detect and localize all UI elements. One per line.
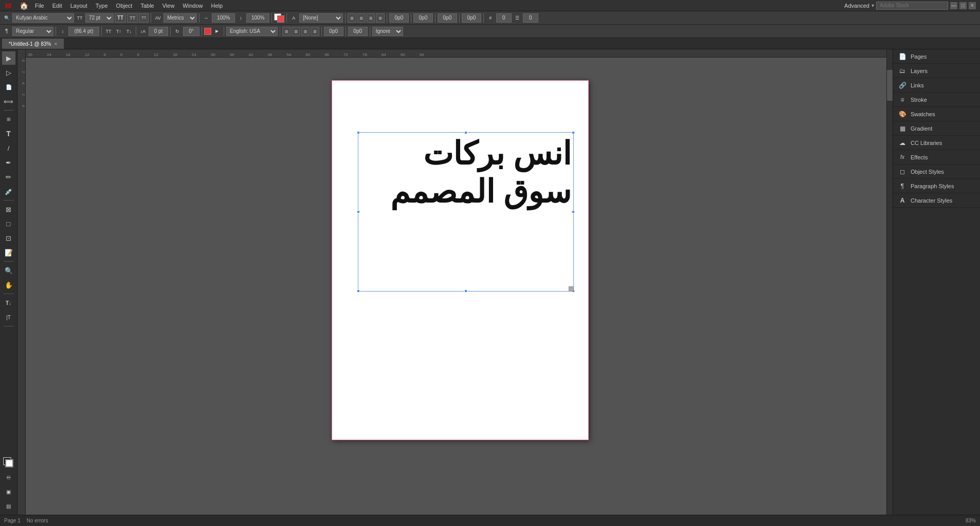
vertical-type-tool[interactable]: |T [2, 311, 15, 324]
selection-tool[interactable]: ▶ [2, 51, 15, 65]
style-select[interactable]: Regular [12, 27, 53, 36]
panel-links[interactable]: 🔗 Links [893, 78, 980, 93]
indent-input[interactable] [462, 13, 481, 23]
handle-tl[interactable] [357, 131, 360, 134]
tt-sup-btn[interactable]: TT [139, 13, 149, 23]
align-left2-btn[interactable]: ≡ [282, 27, 291, 36]
handle-rm[interactable] [572, 210, 575, 213]
pencil-tool[interactable]: ✏ [2, 170, 15, 184]
rotate-input[interactable] [183, 27, 199, 36]
transform-tool[interactable]: ⊡ [2, 231, 15, 245]
maximize-button[interactable]: □ [959, 2, 967, 9]
align-center-btn[interactable]: ≡ [357, 13, 366, 23]
document-tab[interactable]: *Untitled-1 @ 83% × [2, 39, 64, 49]
color-fill-select[interactable]: [None] [299, 13, 343, 23]
content-collect-tool[interactable]: ⊞ [2, 113, 15, 126]
vertical-scrollbar[interactable] [886, 49, 893, 515]
align-right2-btn[interactable]: ≡ [301, 27, 310, 36]
handle-lm[interactable] [357, 210, 360, 213]
panel-object-styles[interactable]: ◻ Object Styles [893, 165, 980, 179]
menu-edit[interactable]: Edit [48, 0, 66, 11]
kern2-input[interactable] [348, 27, 368, 36]
language-select[interactable]: English: USA [226, 27, 278, 36]
space-before-input[interactable] [413, 13, 433, 23]
canvas-area[interactable]: 36 24 18 12 6 0 6 12 18 24 30 36 42 48 5… [17, 49, 893, 515]
tt-smallcaps-btn[interactable]: TT [127, 13, 138, 23]
scrollbar-thumb-v[interactable] [887, 70, 893, 101]
scale-v-input[interactable] [246, 13, 269, 23]
panel-character-styles[interactable]: A Character Styles [893, 193, 980, 208]
fill-stroke-icons[interactable] [274, 13, 284, 23]
eyedropper-tool[interactable]: 💉 [2, 185, 15, 198]
align-right-btn[interactable]: ≡ [367, 13, 375, 23]
font-family-select[interactable]: Kufyan Arabic [12, 13, 74, 23]
line-tool[interactable]: / [2, 141, 15, 155]
gap-tool[interactable]: ⟺ [2, 95, 15, 108]
numbering-input[interactable] [496, 13, 512, 23]
direct-select-tool[interactable]: ▷ [2, 66, 15, 79]
panel-cc-libraries[interactable]: ☁ CC Libraries [893, 136, 980, 150]
text-frame[interactable]: انس بركات سوق المصمم [358, 132, 574, 292]
baseline-shift-input[interactable] [149, 27, 168, 36]
tracking-input[interactable] [389, 13, 409, 23]
font-size-select[interactable]: 72 pt [85, 13, 114, 23]
menu-window[interactable]: Window [178, 0, 207, 11]
panel-pages[interactable]: 📄 Pages [893, 49, 980, 64]
align-j2-btn[interactable]: ≡ [311, 27, 319, 36]
search-input[interactable] [876, 2, 948, 10]
panel-stroke[interactable]: ≡ Stroke [893, 93, 980, 107]
menu-layout[interactable]: Layout [66, 0, 92, 11]
leading-input[interactable] [68, 27, 99, 36]
scale-h-input[interactable] [212, 13, 235, 23]
align-left-btn[interactable]: ≡ [348, 13, 356, 23]
out-port[interactable] [569, 286, 574, 292]
workspace-dropdown-icon[interactable]: ▾ [872, 3, 874, 8]
color-arrow-icon[interactable]: ▶ [212, 27, 222, 36]
hand-tool[interactable]: ✋ [2, 278, 15, 292]
fill-stroke-selector[interactable] [2, 456, 15, 469]
menu-object[interactable]: Object [112, 0, 137, 11]
page-container: انس بركات سوق المصمم [28, 60, 893, 515]
align-center2-btn[interactable]: ≡ [292, 27, 300, 36]
panel-paragraph-styles[interactable]: ¶ Paragraph Styles [893, 179, 980, 193]
panel-effects[interactable]: fx Effects [893, 150, 980, 165]
panel-swatches[interactable]: 🎨 Swatches [893, 107, 980, 121]
page-tool[interactable]: 📄 [2, 80, 15, 94]
handle-bm[interactable] [464, 289, 467, 293]
panel-layers[interactable]: 🗂 Layers [893, 64, 980, 78]
menu-help[interactable]: Help [207, 0, 227, 11]
view-mode-btn[interactable]: ▣ [2, 485, 15, 498]
menu-table[interactable]: Table [136, 0, 158, 11]
align-justify-btn[interactable]: ≡ [376, 13, 384, 23]
color-chip[interactable] [204, 28, 211, 35]
ignore-select[interactable]: Ignore [372, 27, 403, 36]
handle-tm[interactable] [464, 131, 467, 134]
kerning-select[interactable]: Metrics [164, 13, 197, 23]
menu-view[interactable]: View [158, 0, 179, 11]
pen-tool[interactable]: ✒ [2, 156, 15, 169]
gradient-icon: ▦ [898, 124, 906, 133]
apply-none-btn[interactable]: ◻ [2, 470, 15, 484]
close-button[interactable]: × [969, 2, 976, 9]
type-tool[interactable]: T [2, 127, 15, 140]
home-icon[interactable]: 🏠 [16, 0, 31, 11]
list-indent-input[interactable] [523, 13, 538, 23]
menu-type[interactable]: Type [92, 0, 112, 11]
tt-bold-btn[interactable]: TT [115, 13, 126, 23]
text-content[interactable]: انس بركات سوق المصمم [358, 133, 573, 213]
rectangle-tool[interactable]: □ [2, 217, 15, 230]
zoom-tool[interactable]: 🔍 [2, 264, 15, 277]
handle-bl[interactable] [357, 289, 360, 293]
tracking2-input[interactable] [324, 27, 343, 36]
note-tool[interactable]: 📝 [2, 246, 15, 259]
menu-file[interactable]: File [31, 0, 48, 11]
space-after-input[interactable] [438, 13, 457, 23]
rectangle-frame-tool[interactable]: ⊠ [2, 203, 15, 216]
preview-mode-btn[interactable]: ▤ [2, 499, 15, 513]
minimize-button[interactable]: — [950, 2, 957, 9]
font-search-icon[interactable]: 🔍 [2, 13, 11, 23]
handle-tr[interactable] [572, 131, 575, 134]
tab-close-btn[interactable]: × [54, 41, 57, 47]
path-type-tool[interactable]: T↓ [2, 296, 15, 310]
panel-gradient[interactable]: ▦ Gradient [893, 121, 980, 136]
